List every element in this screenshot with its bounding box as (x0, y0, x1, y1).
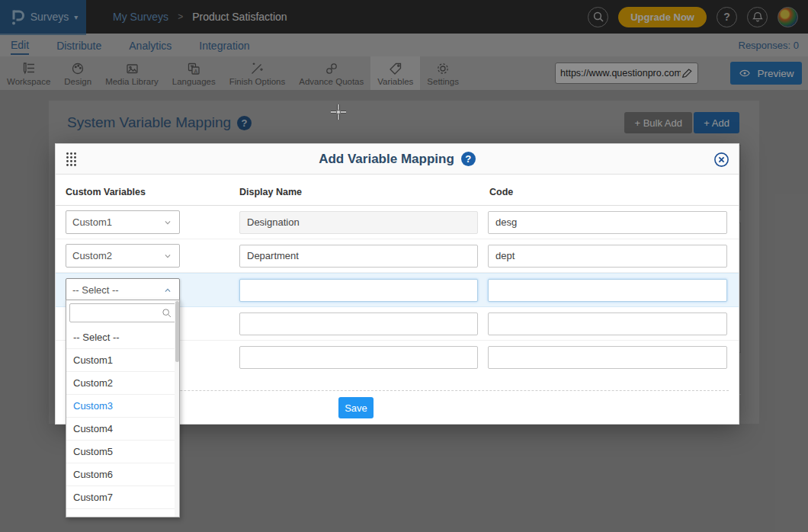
search-icon (161, 307, 172, 319)
chevron-down-icon (162, 251, 173, 261)
display-name-input-row1[interactable] (239, 211, 478, 234)
dropdown-option-select[interactable]: -- Select -- (66, 325, 179, 348)
variable-dropdown-panel: -- Select -- Custom1 Custom2 Custom3 Cus… (66, 300, 180, 518)
code-input-row5[interactable] (488, 346, 727, 369)
dropdown-option-custom4[interactable]: Custom4 (66, 417, 179, 440)
dropdown-option-custom6[interactable]: Custom6 (66, 463, 179, 486)
variable-select-row3-open[interactable]: -- Select -- (66, 278, 180, 303)
chevron-up-icon (162, 285, 173, 296)
dropdown-option-custom2[interactable]: Custom2 (66, 371, 179, 394)
dropdown-option-partial (66, 508, 179, 518)
code-input-row2[interactable] (488, 245, 727, 268)
display-name-input-row5[interactable] (239, 346, 478, 369)
dropdown-option-custom5[interactable]: Custom5 (66, 440, 179, 463)
add-variable-mapping-modal: Add Variable Mapping ? Custom Variables … (55, 143, 739, 425)
display-name-input-row3[interactable] (239, 279, 478, 302)
close-icon[interactable] (713, 152, 729, 168)
display-name-input-row2[interactable] (239, 245, 478, 268)
modal-header: Add Variable Mapping ? (56, 144, 739, 175)
drag-handle-icon[interactable] (66, 152, 77, 167)
modal-title: Add Variable Mapping (319, 152, 454, 167)
dropdown-option-list: -- Select -- Custom1 Custom2 Custom3 Cus… (66, 325, 179, 518)
column-display-name: Display Name (239, 187, 489, 197)
code-input-row4[interactable] (488, 312, 727, 335)
dropdown-option-custom3[interactable]: Custom3 (66, 394, 179, 417)
modal-help-icon[interactable]: ? (461, 152, 476, 166)
mapping-row: Custom2 (56, 239, 739, 273)
dropdown-scrollbar[interactable] (175, 300, 179, 518)
mapping-row: Custom1 (56, 206, 739, 239)
dropdown-option-custom7[interactable]: Custom7 (66, 486, 179, 508)
variable-select-row2[interactable]: Custom2 (66, 244, 180, 268)
column-code: Code (489, 187, 513, 197)
chevron-down-icon (162, 217, 173, 228)
dropdown-scrollbar-thumb[interactable] (175, 301, 179, 362)
save-button[interactable]: Save (338, 397, 374, 418)
mapping-column-headers: Custom Variables Display Name Code (56, 175, 739, 206)
code-input-row3[interactable] (488, 279, 727, 302)
dropdown-option-custom1[interactable]: Custom1 (66, 348, 179, 371)
display-name-input-row4[interactable] (239, 312, 478, 335)
column-custom-variables: Custom Variables (66, 187, 239, 197)
code-input-row1[interactable] (488, 211, 727, 234)
variable-select-row1[interactable]: Custom1 (66, 210, 180, 234)
